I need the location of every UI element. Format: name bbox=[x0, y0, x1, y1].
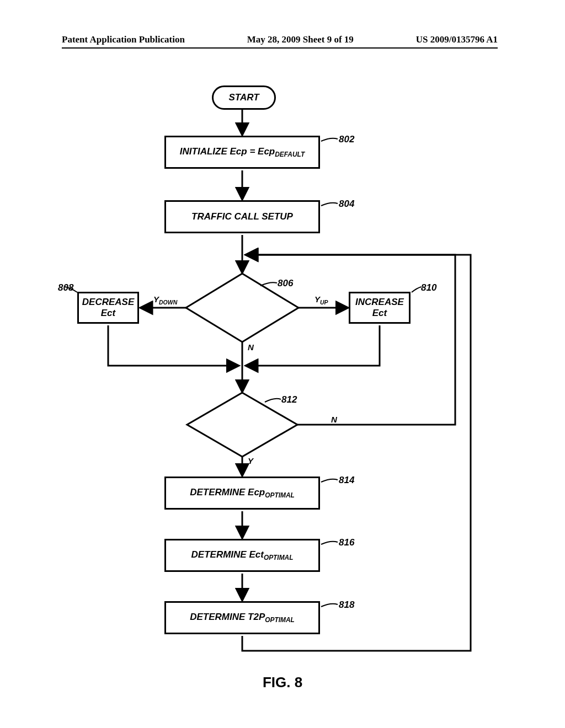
ref-814: 814 bbox=[339, 475, 354, 486]
decision-806-line1: FL POWER bbox=[220, 301, 266, 310]
ref-812: 812 bbox=[281, 394, 297, 405]
edge-label-ydown-sub: DOWN bbox=[159, 299, 177, 306]
edge-label-yup-main: Y bbox=[315, 295, 320, 304]
process-818-text-sub: OPTIMAL bbox=[265, 616, 295, 624]
process-808-text: DECREASE Ect bbox=[82, 297, 134, 319]
process-810-text-a: INCREASE bbox=[355, 297, 404, 307]
process-818-text: DETERMINE T2POPTIMAL bbox=[190, 612, 295, 624]
edge-label-yup-sub: UP bbox=[320, 299, 328, 306]
process-802-text-sub: DEFAULT bbox=[275, 151, 305, 158]
page-header: Patent Application Publication May 28, 2… bbox=[62, 34, 498, 45]
header-right: US 2009/0135796 A1 bbox=[416, 34, 498, 45]
svg-marker-1 bbox=[187, 393, 297, 457]
edge-label-yup: YUP bbox=[315, 295, 328, 306]
edge-label-ydown-main: Y bbox=[153, 295, 159, 304]
figure-label: FIG. 8 bbox=[0, 674, 565, 691]
process-810-text: INCREASE Ect bbox=[355, 297, 404, 319]
process-816: DETERMINE EctOPTIMAL bbox=[164, 539, 320, 572]
edge-label-812-yes: Y bbox=[248, 456, 253, 465]
header-rule bbox=[62, 47, 498, 49]
decision-806-line2: CONTROL? bbox=[218, 311, 268, 320]
decision-812-label: PER ADEQUATE? bbox=[210, 415, 276, 436]
edge-label-806-no: N bbox=[248, 342, 254, 352]
edge-label-812-no: N bbox=[331, 415, 337, 424]
page: Patent Application Publication May 28, 2… bbox=[0, 0, 565, 728]
decision-806-label: FL POWER CONTROL? bbox=[210, 301, 276, 321]
ref-816: 816 bbox=[339, 537, 354, 548]
ref-818: 818 bbox=[339, 599, 354, 611]
process-808: DECREASE Ect bbox=[77, 292, 139, 324]
process-804: TRAFFIC CALL SETUP bbox=[164, 200, 320, 233]
edge-label-ydown: YDOWN bbox=[153, 295, 177, 306]
process-818-text-main: DETERMINE T2P bbox=[190, 612, 265, 622]
start-terminator: START bbox=[212, 85, 276, 110]
process-808-text-a: DECREASE bbox=[82, 297, 134, 307]
header-center: May 28, 2009 Sheet 9 of 19 bbox=[247, 34, 354, 45]
ref-806: 806 bbox=[278, 278, 293, 289]
ref-804: 804 bbox=[339, 199, 354, 210]
ref-810: 810 bbox=[421, 282, 436, 293]
process-810: INCREASE Ect bbox=[349, 292, 411, 324]
process-802: INITIALIZE Ecp = EcpDEFAULT bbox=[164, 136, 320, 169]
process-802-text: INITIALIZE Ecp = EcpDEFAULT bbox=[180, 146, 305, 159]
header-left: Patent Application Publication bbox=[62, 34, 185, 45]
process-814-text-main: DETERMINE Ecp bbox=[190, 487, 265, 497]
process-814-text: DETERMINE EcpOPTIMAL bbox=[190, 487, 295, 500]
process-808-text-b: Ect bbox=[101, 308, 115, 318]
process-814: DETERMINE EcpOPTIMAL bbox=[164, 477, 320, 510]
decision-812-line1: PER bbox=[234, 415, 252, 425]
process-810-text-b: Ect bbox=[372, 308, 387, 318]
process-818: DETERMINE T2POPTIMAL bbox=[164, 601, 320, 634]
process-802-text-main: INITIALIZE Ecp = Ecp bbox=[180, 146, 275, 157]
process-816-text-sub: OPTIMAL bbox=[264, 554, 294, 561]
ref-808: 808 bbox=[58, 282, 73, 293]
process-814-text-sub: OPTIMAL bbox=[265, 491, 295, 499]
ref-802: 802 bbox=[339, 134, 354, 145]
process-816-text: DETERMINE EctOPTIMAL bbox=[191, 549, 294, 562]
decision-812-line2: ADEQUATE? bbox=[216, 425, 270, 435]
process-816-text-main: DETERMINE Ect bbox=[191, 549, 264, 560]
